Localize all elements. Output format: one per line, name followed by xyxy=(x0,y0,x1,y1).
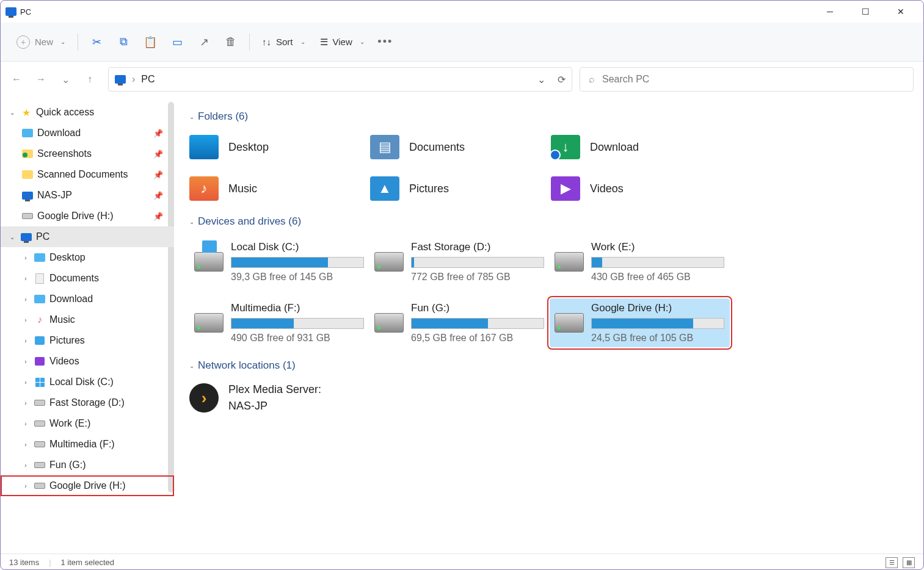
pin-icon[interactable]: 📌 xyxy=(153,191,163,200)
group-header-drives[interactable]: ⌄ Devices and drives (6) xyxy=(189,215,911,228)
sidebar-item-screenshots[interactable]: Screenshots📌 xyxy=(1,143,174,164)
back-button[interactable]: ← xyxy=(10,74,23,85)
folder-music[interactable]: ♪Music xyxy=(189,174,366,203)
more-button[interactable]: ••• xyxy=(373,30,398,54)
drive-free-text: 490 GB free of 931 GB xyxy=(231,333,365,344)
drive-item[interactable]: Multimedia (F:)490 GB free of 931 GB xyxy=(189,298,369,347)
music-icon: ♪ xyxy=(34,314,46,325)
chevron-down-icon: ⌄ xyxy=(60,38,65,45)
address-dropdown[interactable]: ⌄ xyxy=(537,74,545,85)
sidebar-item-drive-f[interactable]: ›Multimedia (F:) xyxy=(1,434,174,455)
sidebar-item-desktop[interactable]: ›Desktop xyxy=(1,247,174,268)
rename-icon[interactable]: ▭ xyxy=(165,30,189,54)
expand-icon[interactable]: › xyxy=(21,337,30,344)
sidebar-item-drive-c[interactable]: ›Local Disk (C:) xyxy=(1,372,174,392)
sidebar-item-videos[interactable]: ›Videos xyxy=(1,351,174,372)
expand-icon[interactable]: › xyxy=(21,296,30,303)
folder-documents[interactable]: ▤Documents xyxy=(370,132,547,162)
sidebar-item-drive-h[interactable]: ›Google Drive (H:) xyxy=(1,475,174,496)
sidebar-quick-access[interactable]: ⌄ ★ Quick access xyxy=(1,102,174,123)
up-button[interactable]: ↑ xyxy=(84,74,96,85)
close-button[interactable]: ✕ xyxy=(883,1,919,23)
network-item-plex[interactable]: › Plex Media Server: NAS-JP xyxy=(189,381,911,414)
expand-icon[interactable]: › xyxy=(21,254,30,261)
drive-icon xyxy=(374,252,404,272)
search-box[interactable]: ⌕ xyxy=(580,67,914,92)
view-button[interactable]: ☰ View ⌄ xyxy=(314,33,371,51)
copy-icon[interactable]: ⧉ xyxy=(111,30,136,54)
plus-icon: + xyxy=(16,35,30,49)
group-header-network[interactable]: ⌄ Network locations (1) xyxy=(189,359,911,372)
expand-icon[interactable]: › xyxy=(21,317,30,323)
drive-icon xyxy=(34,420,45,427)
sidebar-item-download[interactable]: ›Download xyxy=(1,289,174,309)
main-area: ⌄ ★ Quick access Download📌 Screenshots📌 … xyxy=(1,97,923,554)
collapse-icon[interactable]: ⌄ xyxy=(8,109,16,116)
expand-icon[interactable]: › xyxy=(21,441,30,448)
window-controls: ─ ☐ ✕ xyxy=(812,1,919,23)
collapse-icon[interactable]: ⌄ xyxy=(189,114,194,120)
drive-capacity-bar xyxy=(591,257,724,268)
collapse-icon[interactable]: ⌄ xyxy=(189,363,194,369)
pin-icon[interactable]: 📌 xyxy=(153,150,163,159)
sidebar-item-documents[interactable]: ›Documents xyxy=(1,268,174,289)
drive-name: Fun (G:) xyxy=(411,302,545,314)
drive-icon xyxy=(555,252,584,272)
expand-icon[interactable]: › xyxy=(21,358,30,365)
videos-icon xyxy=(35,357,45,366)
collapse-icon[interactable]: ⌄ xyxy=(189,218,194,225)
expand-icon[interactable]: › xyxy=(21,379,30,386)
group-header-folders[interactable]: ⌄ Folders (6) xyxy=(189,110,911,123)
breadcrumb-location[interactable]: PC xyxy=(141,74,155,85)
sidebar-item-music[interactable]: ›♪Music xyxy=(1,309,174,330)
folder-desktop[interactable]: Desktop xyxy=(189,132,366,162)
delete-icon[interactable]: 🗑 xyxy=(219,30,243,54)
folder-videos[interactable]: ▶Videos xyxy=(551,174,728,203)
drive-item[interactable]: Work (E:)430 GB free of 465 GB xyxy=(550,237,730,286)
forward-button[interactable]: → xyxy=(35,74,47,85)
drive-icon xyxy=(194,252,224,272)
pin-icon[interactable]: 📌 xyxy=(153,129,163,138)
sidebar-item-nas[interactable]: NAS-JP📌 xyxy=(1,185,174,206)
drive-icon xyxy=(34,400,45,406)
paste-icon[interactable]: 📋 xyxy=(138,30,162,54)
maximize-button[interactable]: ☐ xyxy=(848,1,883,23)
minimize-button[interactable]: ─ xyxy=(812,1,848,23)
sidebar-item-pictures[interactable]: ›Pictures xyxy=(1,330,174,351)
refresh-button[interactable]: ⟳ xyxy=(558,74,566,85)
drive-item[interactable]: Local Disk (C:)39,3 GB free of 145 GB xyxy=(189,237,369,286)
pin-icon[interactable]: 📌 xyxy=(153,170,163,179)
expand-icon[interactable]: › xyxy=(21,420,30,427)
drive-name: Local Disk (C:) xyxy=(231,241,365,253)
folder-pictures[interactable]: ▲Pictures xyxy=(370,174,547,203)
sidebar-pc[interactable]: ⌄ PC xyxy=(1,226,174,247)
address-bar[interactable]: › PC ⌄ ⟳ xyxy=(108,67,572,92)
expand-icon[interactable]: › xyxy=(21,400,30,406)
drive-icon xyxy=(374,313,404,333)
tree: ⌄ ★ Quick access Download📌 Screenshots📌 … xyxy=(1,102,174,496)
sort-button[interactable]: ↑↓ Sort ⌄ xyxy=(256,33,311,51)
drive-item[interactable]: Fast Storage (D:)772 GB free of 785 GB xyxy=(369,237,550,286)
thumbnails-view-button[interactable]: ▦ xyxy=(903,557,915,568)
expand-icon[interactable]: › xyxy=(21,483,30,489)
expand-icon[interactable]: › xyxy=(21,275,30,282)
drive-item[interactable]: Google Drive (H:)24,5 GB free of 105 GB xyxy=(550,298,730,347)
folder-download[interactable]: ↓Download xyxy=(551,132,728,162)
share-icon[interactable]: ↗ xyxy=(192,30,216,54)
sidebar-item-download[interactable]: Download📌 xyxy=(1,123,174,143)
recent-dropdown[interactable]: ⌄ xyxy=(59,74,71,85)
expand-icon[interactable]: › xyxy=(21,462,30,469)
sidebar-item-gdrive[interactable]: Google Drive (H:)📌 xyxy=(1,206,174,226)
pin-icon[interactable]: 📌 xyxy=(153,212,163,221)
sidebar-item-drive-g[interactable]: ›Fun (G:) xyxy=(1,455,174,475)
drive-item[interactable]: Fun (G:)69,5 GB free of 167 GB xyxy=(369,298,550,347)
sidebar-item-scanned[interactable]: Scanned Documents📌 xyxy=(1,164,174,185)
search-input[interactable] xyxy=(602,74,904,85)
new-button[interactable]: + New ⌄ xyxy=(10,32,71,52)
details-view-button[interactable]: ☰ xyxy=(886,557,898,568)
cut-icon[interactable]: ✂ xyxy=(84,30,109,54)
sidebar-item-drive-e[interactable]: ›Work (E:) xyxy=(1,413,174,434)
sidebar-item-drive-d[interactable]: ›Fast Storage (D:) xyxy=(1,392,174,413)
videos-icon: ▶ xyxy=(551,176,580,201)
collapse-icon[interactable]: ⌄ xyxy=(8,234,16,240)
